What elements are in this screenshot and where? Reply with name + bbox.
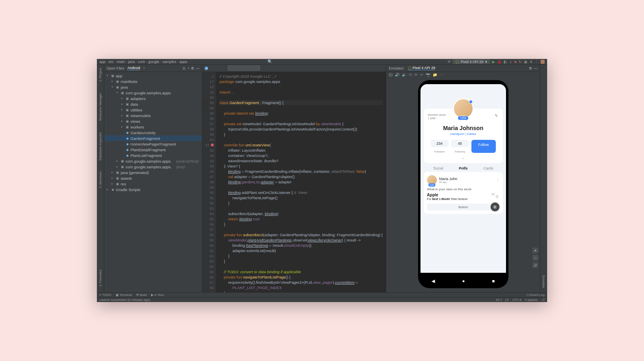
tree-row[interactable]: ▸ ▣ views (104, 118, 202, 124)
list-view-icon[interactable]: ☰ (495, 195, 499, 199)
status-cell[interactable]: UTF-8 (512, 298, 521, 302)
gutter-line[interactable]: 17 (202, 79, 214, 84)
tree-row[interactable]: ▸ ▣ workers (104, 124, 202, 130)
gutter-line[interactable]: 65 (202, 269, 214, 274)
back-icon[interactable]: ↩ (420, 73, 423, 77)
gutter-line[interactable]: 59 (202, 237, 214, 243)
structure-tab[interactable]: 2: Structure (99, 170, 102, 190)
gutter-line[interactable]: 34 (202, 105, 214, 111)
tree-row[interactable]: ▾ ▣ app (104, 73, 202, 78)
gutter-line[interactable]: 47 (202, 174, 214, 179)
more-icon[interactable]: ⋮ (535, 60, 539, 64)
file-tab-icon[interactable] (205, 67, 208, 70)
run-icon[interactable]: ▶ (492, 60, 495, 64)
breadcrumb-segment[interactable]: samples (162, 60, 176, 64)
nav-home-icon[interactable]: ● (462, 278, 465, 283)
gutter-line[interactable]: 20 (202, 95, 214, 100)
editor-code[interactable]: // Copyright 2018 Google LLC .../package… (216, 72, 386, 292)
gutter-line[interactable]: 41 (202, 142, 214, 148)
gutter-line[interactable]: 67 (202, 280, 214, 285)
breadcrumb-segment[interactable]: apps (180, 60, 188, 64)
gutter-line[interactable]: 60 (202, 243, 214, 248)
tree-row[interactable]: ▸ ▣ data (104, 101, 202, 107)
hide-icon[interactable]: — (196, 66, 199, 70)
gutter-line[interactable]: 1 (202, 74, 214, 79)
gutter-line[interactable]: 64 (202, 264, 214, 269)
breadcrumb-segment[interactable]: app (99, 60, 105, 64)
gutter-line[interactable]: 19 (202, 89, 214, 95)
tree-row[interactable]: ◆ GardenActivity (104, 130, 202, 135)
expand-chevron-icon[interactable]: ⌄ (427, 156, 499, 160)
rotate-left-icon[interactable]: ⟲ (409, 73, 412, 77)
tab-polls[interactable]: Polls (459, 166, 468, 170)
post-avatar[interactable]: 1256 (427, 175, 437, 185)
gutter-line[interactable]: 45 (202, 163, 214, 169)
volume-down-icon[interactable]: 🔉 (402, 73, 406, 77)
avatar-icon[interactable] (541, 60, 545, 64)
breadcrumb-segment[interactable]: google (148, 60, 159, 64)
emulator-device-tab[interactable]: ▢ Pixel 4 API 29 (408, 66, 436, 70)
vote-bullish-button[interactable]: Bullish (427, 204, 499, 211)
nav-back-icon[interactable]: ◀ (432, 278, 435, 284)
gutter-line[interactable]: 46 (202, 169, 214, 174)
tree-row[interactable]: ▸ ▣ com.google.samples.apps. (test) (104, 164, 202, 170)
tree-row[interactable]: ◆ HomeViewPagerFragment (104, 141, 202, 147)
gutter-line[interactable]: 63 (202, 259, 214, 264)
attach-icon[interactable]: ⤓ (509, 60, 513, 64)
breadcrumb-segment[interactable]: src (109, 60, 114, 64)
search-tab-input[interactable] (228, 65, 260, 71)
gutter-line[interactable]: 35 (202, 111, 214, 116)
power-icon[interactable]: ⏻ (389, 73, 392, 77)
sync-icon[interactable]: ↻ (519, 60, 522, 64)
device-screen[interactable]: 1256 Member since 1 year ✎ Maria Johnson… (421, 84, 506, 273)
device-selector[interactable]: ▢ Pixel 4 API 29 ▾ (453, 59, 490, 64)
gutter-line[interactable]: 37 (202, 121, 214, 126)
gutter-line[interactable]: 66 (202, 274, 214, 280)
screenshot-icon[interactable]: 📷 (426, 73, 430, 77)
gutter-line[interactable]: 54 (202, 211, 214, 216)
emulator-tool-tab[interactable]: Emulator (542, 275, 545, 288)
resource-manager-tab[interactable]: Resource Manager (99, 91, 102, 122)
tree-row[interactable]: ▸ ▣ assets (104, 175, 202, 181)
tree-row[interactable]: ▸ ▣ utilities (104, 107, 202, 113)
android-view-tab[interactable]: Android (127, 66, 140, 70)
database-inspector-tab[interactable]: Database Inspector (99, 130, 102, 162)
target-icon[interactable]: ⊙ (182, 66, 186, 70)
status-cell[interactable]: 33:7 (495, 298, 502, 302)
emulator-settings-icon[interactable]: ⚙ (529, 66, 532, 70)
breadcrumb-segment[interactable]: com (138, 60, 145, 64)
tree-row[interactable]: ▸ ▣ java (generated) (104, 170, 202, 175)
gutter-line[interactable]: 69 (202, 290, 214, 292)
following-stat[interactable]: 45 Following (451, 140, 469, 153)
build-tool-tab[interactable]: ⚒ Build (136, 293, 147, 297)
debug-icon[interactable]: 🐞 (497, 60, 502, 64)
run-tool-tab[interactable]: ▶ 4: Run (151, 293, 164, 297)
tree-row[interactable]: ▸ ▣ adapters (104, 96, 202, 101)
profile-icon[interactable]: ◧ (504, 60, 507, 64)
profile-avatar[interactable]: 1256 (453, 98, 473, 119)
project-tool-tab[interactable]: 1: Project (99, 66, 102, 83)
settings-icon[interactable]: ⚙ (191, 66, 194, 70)
tree-row[interactable]: ◆ PlantDetailFragment (104, 147, 202, 152)
project-tree[interactable]: ▾ ▣ app ▸ ▣ manifests ▾ ▣ java ▾ ▣ com.g… (104, 72, 202, 292)
gutter-line[interactable]: 38 (202, 126, 214, 132)
tree-row[interactable]: ▸ ▣ manifests (104, 78, 202, 84)
todo-tool-tab[interactable]: ≡ TODO (99, 293, 112, 297)
gutter-line[interactable]: 50 (202, 190, 214, 195)
tab-cards[interactable]: Cards (483, 166, 493, 170)
follow-button[interactable]: Follow (471, 140, 496, 153)
editor-gutter[interactable]: 1171819203334353637383940414243444546474… (202, 72, 216, 292)
event-log-tab[interactable]: ☐ Event Log (526, 293, 545, 297)
gutter-line[interactable]: 57 (202, 227, 214, 232)
gutter-line[interactable]: 52 (202, 200, 214, 206)
gutter-line[interactable]: 48 (202, 179, 214, 185)
tree-row[interactable]: ◆ PlantListFragment (104, 152, 202, 158)
nav-recent-icon[interactable]: ■ (492, 278, 495, 283)
build-icon[interactable]: ⚒ (447, 60, 451, 64)
tree-row[interactable]: ▾ ▣ java (104, 84, 202, 90)
rotate-right-icon[interactable]: ⟳ (414, 73, 418, 77)
grid-fab-icon[interactable]: ⊞ (491, 202, 499, 211)
search-icon[interactable]: 🔍 (267, 59, 272, 64)
open-files-tab[interactable]: Open Files (107, 66, 125, 70)
breadcrumb-segment[interactable]: main (117, 60, 125, 64)
